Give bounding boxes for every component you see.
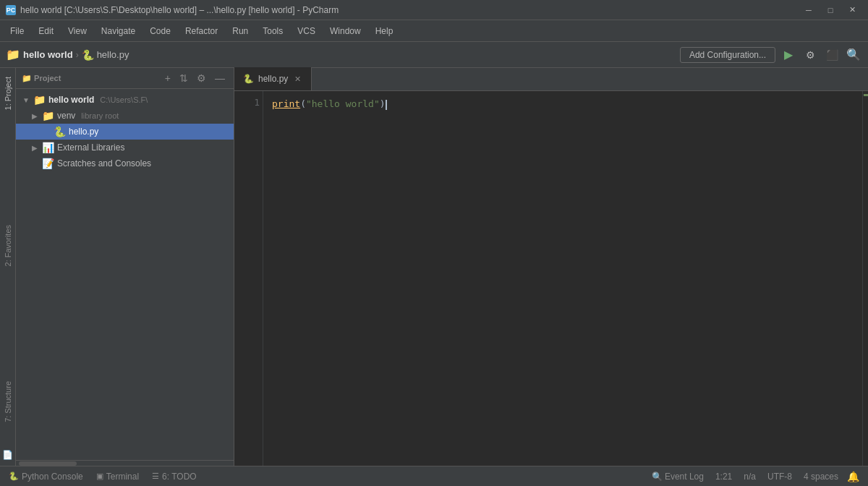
tree-sublabel-root: C:\Users\S.F\	[100, 95, 148, 104]
cursor-position-status[interactable]: 1:21	[712, 470, 735, 483]
menu-edit[interactable]: Edit	[31, 23, 61, 39]
tab-file-icon: 🐍	[243, 74, 254, 84]
python-console-button[interactable]: 🐍 Python Console	[3, 469, 89, 484]
tree-label-scratches: Scratches and Consoles	[57, 158, 151, 169]
nav-file-icon: 🐍	[82, 49, 94, 61]
sidebar-tab-project[interactable]: 1: Project	[1, 71, 14, 116]
add-configuration-button[interactable]: Add Configuration...	[680, 47, 775, 63]
line-number-1: 1	[237, 97, 260, 108]
gutter-mark	[864, 94, 868, 96]
breadcrumb-arrow: ›	[76, 50, 79, 60]
tab-label: hello.py	[258, 74, 288, 84]
terminal-icon: ▣	[96, 472, 103, 481]
project-sync-button[interactable]: ⇅	[176, 71, 191, 85]
menu-vcs[interactable]: VCS	[290, 23, 323, 39]
editor-tabs: 🐍 hello.py ✕	[234, 68, 868, 91]
project-horizontal-scrollbar[interactable]	[16, 460, 234, 466]
code-string-value: "hello world"	[306, 98, 380, 109]
chevron-root: ▼	[22, 95, 30, 104]
icon-external-libraries: 📊	[42, 142, 54, 153]
run-with-coverage-button[interactable]: ⚙	[801, 46, 819, 64]
project-toolbar: 📁 Project + ⇅ ⚙ —	[16, 68, 234, 89]
line-numbers: 1	[234, 91, 263, 466]
tree-item-external-libraries[interactable]: ▶ 📊 External Libraries	[16, 140, 234, 155]
menu-file[interactable]: File	[3, 23, 31, 39]
menu-code[interactable]: Code	[142, 23, 178, 39]
project-add-button[interactable]: +	[162, 71, 174, 85]
folder-icon-venv: 📁	[42, 110, 54, 122]
menu-run[interactable]: Run	[225, 23, 255, 39]
encoding-status[interactable]: UTF-8	[765, 470, 795, 483]
text-cursor	[386, 100, 387, 110]
terminal-button[interactable]: ▣ Terminal	[90, 469, 145, 484]
tree-item-hello-py[interactable]: 🐍 hello.py	[16, 124, 234, 140]
stop-button[interactable]: ⬛	[823, 46, 841, 64]
menu-view[interactable]: View	[61, 23, 94, 39]
chevron-scratches	[30, 159, 39, 168]
code-open-paren: (	[300, 98, 306, 109]
todo-label: 6: TODO	[162, 472, 197, 482]
tree-label-venv: venv	[57, 111, 75, 121]
project-panel: 📁 Project + ⇅ ⚙ — ▼ 📁 hello world C:\Use…	[16, 68, 234, 466]
todo-button[interactable]: ☰ 6: TODO	[146, 469, 203, 484]
close-button[interactable]: ✕	[842, 0, 862, 20]
tree-item-venv[interactable]: ▶ 📁 venv library root	[16, 108, 234, 124]
icon-scratches: 📝	[42, 158, 54, 169]
code-editor[interactable]: print("hello world")	[263, 91, 862, 466]
title-bar: PC hello world [C:\Users\S.F\Desktop\hel…	[0, 0, 868, 20]
maximize-button[interactable]: □	[820, 0, 841, 20]
project-label: 📁 Project	[22, 74, 61, 83]
python-console-icon: 🐍	[9, 472, 19, 481]
menu-window[interactable]: Window	[323, 23, 368, 39]
bottom-bar: 🐍 Python Console ▣ Terminal ☰ 6: TODO 🔍 …	[0, 466, 868, 486]
nav-project-name[interactable]: hello world	[23, 49, 73, 60]
chevron-venv: ▶	[30, 111, 39, 120]
terminal-label: Terminal	[106, 472, 139, 482]
right-gutter	[862, 91, 868, 466]
tree-item-scratches[interactable]: 📝 Scratches and Consoles	[16, 155, 234, 171]
bottom-right-status: 🔍 Event Log 1:21 n/a UTF-8 4 spaces 🔔	[649, 470, 865, 483]
python-console-label: Python Console	[22, 472, 83, 482]
nav-project-folder-icon: 📁	[6, 48, 20, 61]
menu-refactor[interactable]: Refactor	[178, 23, 225, 39]
sidebar-tab-structure[interactable]: 7: Structure	[1, 375, 14, 428]
project-hide-button[interactable]: —	[212, 71, 228, 85]
event-log-label: Event Log	[665, 472, 704, 482]
editor-tab-hello-py[interactable]: 🐍 hello.py ✕	[234, 67, 312, 90]
run-button[interactable]: ▶	[780, 46, 797, 64]
event-log-icon: 🔍	[652, 472, 663, 482]
folder-icon-root: 📁	[33, 94, 46, 106]
sidebar-files-button[interactable]: 📄	[2, 450, 13, 460]
tree-label-external-libraries: External Libraries	[57, 142, 124, 153]
line-ending-status[interactable]: n/a	[741, 470, 759, 483]
menu-tools[interactable]: Tools	[255, 23, 290, 39]
sidebar-tab-favorites[interactable]: 2: Favorites	[1, 219, 14, 272]
indent-status[interactable]: 4 spaces	[801, 470, 841, 483]
code-function-name: print	[272, 98, 300, 109]
nav-bar: 📁 hello world › 🐍 hello.py Add Configura…	[0, 42, 868, 68]
main-area: 1: Project 2: Favorites 7: Structure 📄 📁…	[0, 68, 868, 466]
event-log-button[interactable]: 🔍 Event Log	[649, 470, 707, 483]
chevron-external-libs: ▶	[30, 143, 39, 152]
tree-label-root: hello world	[48, 95, 94, 105]
app-icon: PC	[6, 5, 16, 15]
todo-icon: ☰	[152, 472, 159, 481]
minimize-button[interactable]: ─	[799, 0, 819, 20]
left-sidebar-tabs: 1: Project 2: Favorites 7: Structure 📄	[0, 68, 16, 466]
editor-content[interactable]: 1 print("hello world")	[234, 91, 868, 466]
editor-area: 🐍 hello.py ✕ 1 print("hello world")	[234, 68, 868, 466]
notifications-icon[interactable]: 🔔	[847, 471, 859, 482]
menu-navigate[interactable]: Navigate	[94, 23, 142, 39]
project-settings-button[interactable]: ⚙	[194, 71, 209, 85]
code-close-paren: )	[380, 98, 386, 109]
menu-bar: File Edit View Navigate Code Refactor Ru…	[0, 20, 868, 42]
title-text: hello world [C:\Users\S.F\Desktop\hello …	[20, 5, 799, 15]
nav-right: Add Configuration... ▶ ⚙ ⬛ 🔍	[680, 46, 862, 64]
tree-item-root[interactable]: ▼ 📁 hello world C:\Users\S.F\	[16, 92, 234, 108]
menu-help[interactable]: Help	[368, 23, 401, 39]
chevron-hello-py	[42, 127, 51, 136]
tab-close-button[interactable]: ✕	[292, 74, 302, 84]
file-icon-hello-py: 🐍	[54, 126, 66, 137]
search-everywhere-button[interactable]: 🔍	[845, 46, 862, 64]
nav-file-name[interactable]: hello.py	[97, 49, 129, 60]
